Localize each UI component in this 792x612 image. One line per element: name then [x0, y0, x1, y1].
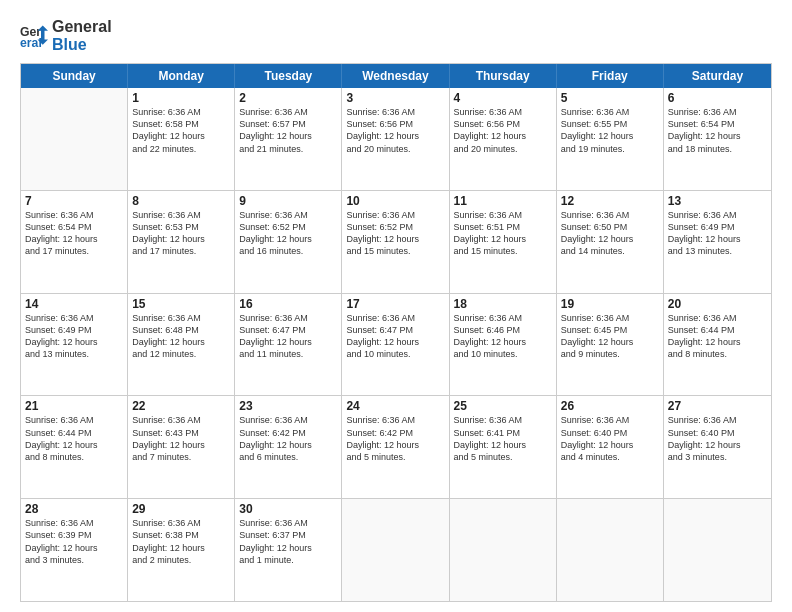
day-number: 19 — [561, 297, 659, 311]
day-number: 25 — [454, 399, 552, 413]
day-cell-27: 27Sunrise: 6:36 AM Sunset: 6:40 PM Dayli… — [664, 396, 771, 498]
day-cell-18: 18Sunrise: 6:36 AM Sunset: 6:46 PM Dayli… — [450, 294, 557, 396]
day-number: 17 — [346, 297, 444, 311]
day-number: 10 — [346, 194, 444, 208]
header-day-friday: Friday — [557, 64, 664, 88]
day-info: Sunrise: 6:36 AM Sunset: 6:39 PM Dayligh… — [25, 517, 123, 566]
day-info: Sunrise: 6:36 AM Sunset: 6:42 PM Dayligh… — [239, 414, 337, 463]
day-info: Sunrise: 6:36 AM Sunset: 6:53 PM Dayligh… — [132, 209, 230, 258]
day-info: Sunrise: 6:36 AM Sunset: 6:49 PM Dayligh… — [25, 312, 123, 361]
day-info: Sunrise: 6:36 AM Sunset: 6:46 PM Dayligh… — [454, 312, 552, 361]
header-day-sunday: Sunday — [21, 64, 128, 88]
day-info: Sunrise: 6:36 AM Sunset: 6:50 PM Dayligh… — [561, 209, 659, 258]
calendar-page: Gen eral General Blue SundayMondayTuesda… — [0, 0, 792, 612]
day-number: 29 — [132, 502, 230, 516]
day-cell-7: 7Sunrise: 6:36 AM Sunset: 6:54 PM Daylig… — [21, 191, 128, 293]
day-cell-20: 20Sunrise: 6:36 AM Sunset: 6:44 PM Dayli… — [664, 294, 771, 396]
day-number: 15 — [132, 297, 230, 311]
day-cell-17: 17Sunrise: 6:36 AM Sunset: 6:47 PM Dayli… — [342, 294, 449, 396]
day-info: Sunrise: 6:36 AM Sunset: 6:56 PM Dayligh… — [454, 106, 552, 155]
day-cell-5: 5Sunrise: 6:36 AM Sunset: 6:55 PM Daylig… — [557, 88, 664, 190]
day-number: 1 — [132, 91, 230, 105]
logo-text: General Blue — [52, 18, 112, 53]
logo: Gen eral General Blue — [20, 18, 112, 53]
day-info: Sunrise: 6:36 AM Sunset: 6:54 PM Dayligh… — [25, 209, 123, 258]
day-info: Sunrise: 6:36 AM Sunset: 6:37 PM Dayligh… — [239, 517, 337, 566]
day-cell-14: 14Sunrise: 6:36 AM Sunset: 6:49 PM Dayli… — [21, 294, 128, 396]
day-number: 30 — [239, 502, 337, 516]
day-cell-13: 13Sunrise: 6:36 AM Sunset: 6:49 PM Dayli… — [664, 191, 771, 293]
day-cell-22: 22Sunrise: 6:36 AM Sunset: 6:43 PM Dayli… — [128, 396, 235, 498]
day-cell-12: 12Sunrise: 6:36 AM Sunset: 6:50 PM Dayli… — [557, 191, 664, 293]
day-number: 6 — [668, 91, 767, 105]
day-cell-8: 8Sunrise: 6:36 AM Sunset: 6:53 PM Daylig… — [128, 191, 235, 293]
day-info: Sunrise: 6:36 AM Sunset: 6:57 PM Dayligh… — [239, 106, 337, 155]
day-cell-6: 6Sunrise: 6:36 AM Sunset: 6:54 PM Daylig… — [664, 88, 771, 190]
calendar: SundayMondayTuesdayWednesdayThursdayFrid… — [20, 63, 772, 602]
day-number: 8 — [132, 194, 230, 208]
logo-icon: Gen eral — [20, 22, 48, 50]
day-cell-11: 11Sunrise: 6:36 AM Sunset: 6:51 PM Dayli… — [450, 191, 557, 293]
day-info: Sunrise: 6:36 AM Sunset: 6:38 PM Dayligh… — [132, 517, 230, 566]
day-cell-30: 30Sunrise: 6:36 AM Sunset: 6:37 PM Dayli… — [235, 499, 342, 601]
day-cell-empty — [21, 88, 128, 190]
day-info: Sunrise: 6:36 AM Sunset: 6:52 PM Dayligh… — [346, 209, 444, 258]
day-cell-9: 9Sunrise: 6:36 AM Sunset: 6:52 PM Daylig… — [235, 191, 342, 293]
day-number: 9 — [239, 194, 337, 208]
day-number: 2 — [239, 91, 337, 105]
calendar-body: 1Sunrise: 6:36 AM Sunset: 6:58 PM Daylig… — [21, 88, 771, 601]
day-info: Sunrise: 6:36 AM Sunset: 6:48 PM Dayligh… — [132, 312, 230, 361]
day-cell-25: 25Sunrise: 6:36 AM Sunset: 6:41 PM Dayli… — [450, 396, 557, 498]
day-cell-2: 2Sunrise: 6:36 AM Sunset: 6:57 PM Daylig… — [235, 88, 342, 190]
day-info: Sunrise: 6:36 AM Sunset: 6:54 PM Dayligh… — [668, 106, 767, 155]
day-info: Sunrise: 6:36 AM Sunset: 6:52 PM Dayligh… — [239, 209, 337, 258]
day-number: 22 — [132, 399, 230, 413]
day-info: Sunrise: 6:36 AM Sunset: 6:47 PM Dayligh… — [346, 312, 444, 361]
day-info: Sunrise: 6:36 AM Sunset: 6:51 PM Dayligh… — [454, 209, 552, 258]
day-number: 27 — [668, 399, 767, 413]
day-info: Sunrise: 6:36 AM Sunset: 6:41 PM Dayligh… — [454, 414, 552, 463]
day-cell-10: 10Sunrise: 6:36 AM Sunset: 6:52 PM Dayli… — [342, 191, 449, 293]
day-info: Sunrise: 6:36 AM Sunset: 6:43 PM Dayligh… — [132, 414, 230, 463]
day-cell-24: 24Sunrise: 6:36 AM Sunset: 6:42 PM Dayli… — [342, 396, 449, 498]
day-number: 20 — [668, 297, 767, 311]
day-info: Sunrise: 6:36 AM Sunset: 6:40 PM Dayligh… — [561, 414, 659, 463]
day-cell-28: 28Sunrise: 6:36 AM Sunset: 6:39 PM Dayli… — [21, 499, 128, 601]
header-day-wednesday: Wednesday — [342, 64, 449, 88]
day-info: Sunrise: 6:36 AM Sunset: 6:55 PM Dayligh… — [561, 106, 659, 155]
day-cell-15: 15Sunrise: 6:36 AM Sunset: 6:48 PM Dayli… — [128, 294, 235, 396]
day-cell-3: 3Sunrise: 6:36 AM Sunset: 6:56 PM Daylig… — [342, 88, 449, 190]
day-number: 24 — [346, 399, 444, 413]
day-number: 16 — [239, 297, 337, 311]
day-info: Sunrise: 6:36 AM Sunset: 6:45 PM Dayligh… — [561, 312, 659, 361]
day-number: 28 — [25, 502, 123, 516]
day-info: Sunrise: 6:36 AM Sunset: 6:56 PM Dayligh… — [346, 106, 444, 155]
day-cell-empty — [664, 499, 771, 601]
day-cell-23: 23Sunrise: 6:36 AM Sunset: 6:42 PM Dayli… — [235, 396, 342, 498]
day-info: Sunrise: 6:36 AM Sunset: 6:49 PM Dayligh… — [668, 209, 767, 258]
day-cell-1: 1Sunrise: 6:36 AM Sunset: 6:58 PM Daylig… — [128, 88, 235, 190]
day-info: Sunrise: 6:36 AM Sunset: 6:44 PM Dayligh… — [668, 312, 767, 361]
day-cell-4: 4Sunrise: 6:36 AM Sunset: 6:56 PM Daylig… — [450, 88, 557, 190]
header-day-monday: Monday — [128, 64, 235, 88]
day-number: 23 — [239, 399, 337, 413]
day-cell-empty — [557, 499, 664, 601]
header-day-saturday: Saturday — [664, 64, 771, 88]
day-cell-empty — [450, 499, 557, 601]
day-cell-16: 16Sunrise: 6:36 AM Sunset: 6:47 PM Dayli… — [235, 294, 342, 396]
day-info: Sunrise: 6:36 AM Sunset: 6:40 PM Dayligh… — [668, 414, 767, 463]
day-number: 14 — [25, 297, 123, 311]
day-cell-21: 21Sunrise: 6:36 AM Sunset: 6:44 PM Dayli… — [21, 396, 128, 498]
header-day-thursday: Thursday — [450, 64, 557, 88]
day-number: 21 — [25, 399, 123, 413]
day-number: 5 — [561, 91, 659, 105]
day-number: 13 — [668, 194, 767, 208]
day-info: Sunrise: 6:36 AM Sunset: 6:47 PM Dayligh… — [239, 312, 337, 361]
day-info: Sunrise: 6:36 AM Sunset: 6:42 PM Dayligh… — [346, 414, 444, 463]
day-number: 11 — [454, 194, 552, 208]
day-number: 7 — [25, 194, 123, 208]
day-number: 18 — [454, 297, 552, 311]
day-info: Sunrise: 6:36 AM Sunset: 6:58 PM Dayligh… — [132, 106, 230, 155]
svg-text:eral: eral — [20, 36, 42, 50]
day-info: Sunrise: 6:36 AM Sunset: 6:44 PM Dayligh… — [25, 414, 123, 463]
